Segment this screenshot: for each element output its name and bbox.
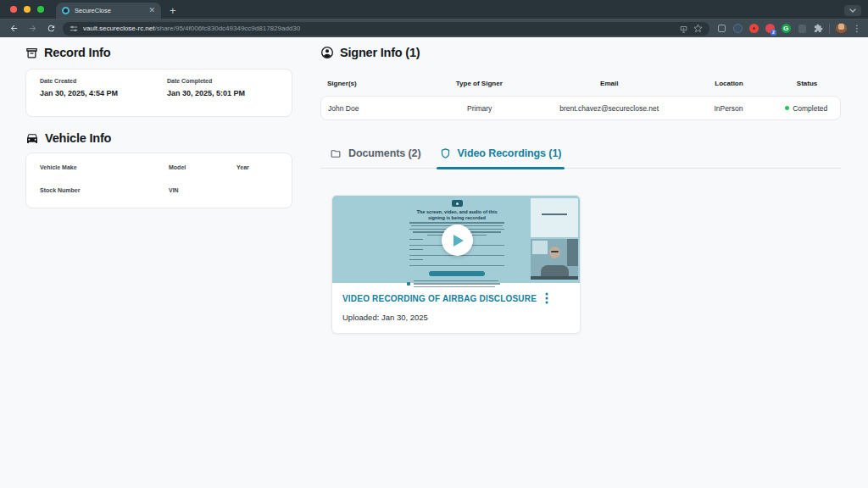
status-dot-icon	[785, 106, 789, 110]
disabled-extension-icon[interactable]	[797, 24, 807, 34]
video-title: VIDEO RECORDING OF AIRBAG DISCLOSURE	[342, 294, 537, 303]
signer-info-header: Signer Info (1)	[320, 44, 841, 61]
left-column: Record Info Date Created Jan 30, 2025, 4…	[25, 37, 292, 208]
shield-video-icon	[440, 147, 451, 159]
browser-window: SecureClose vault.secureclose-rc.net/sha…	[0, 0, 868, 488]
car-icon	[25, 131, 39, 145]
tab-strip: SecureClose	[0, 0, 868, 19]
secureclose-favicon-icon	[62, 7, 70, 14]
window-controls	[0, 0, 56, 19]
tab-close-icon[interactable]	[148, 7, 155, 14]
grammarly-extension-icon[interactable]: G	[781, 24, 791, 34]
year-label: Year	[236, 164, 278, 175]
site-settings-icon	[70, 25, 78, 33]
signer-location: InPerson	[684, 104, 772, 113]
model-label: Model	[169, 164, 236, 175]
play-button[interactable]	[442, 225, 473, 256]
stock-number-label: Stock Number	[40, 187, 169, 197]
signer-info-title: Signer Info (1)	[340, 46, 420, 59]
globe-extension-icon[interactable]	[732, 24, 743, 34]
signer-type: Primary	[425, 104, 534, 113]
address-bar[interactable]: vault.secureclose-rc.net/share/95/4f006f…	[63, 22, 709, 36]
browser-toolbar: vault.secureclose-rc.net/share/95/4f006f…	[0, 19, 868, 37]
status-text: Completed	[793, 104, 827, 113]
col-email: Email	[534, 80, 685, 87]
send-to-device-icon[interactable]	[679, 25, 688, 33]
vehicle-info-card: Vehicle Make Model Year Stock Number VIN	[25, 152, 292, 208]
folder-icon	[330, 148, 342, 159]
page-content: Record Info Date Created Jan 30, 2025, 4…	[0, 37, 868, 488]
right-column: Signer Info (1) Signer(s) Type of Signer…	[320, 37, 841, 334]
reload-button[interactable]	[44, 22, 58, 36]
signer-table-header: Signer(s) Type of Signer Email Location …	[320, 80, 841, 87]
video-card-info: VIDEO RECORDING OF AIRBAG DISCLOSURE Upl…	[332, 283, 580, 333]
video-options-menu-icon[interactable]	[545, 292, 548, 304]
col-signers: Signer(s)	[320, 80, 425, 87]
signer-status: Completed	[772, 104, 840, 113]
record-info-card: Date Created Jan 30, 2025, 4:54 PM Date …	[25, 69, 292, 117]
vehicle-info-title: Vehicle Info	[45, 131, 111, 145]
session-side-panel	[531, 198, 578, 237]
toolbar-divider	[829, 24, 830, 34]
form-disclaimer-placeholder	[405, 280, 509, 288]
red-extension-icon[interactable]	[748, 24, 759, 34]
date-created-value: Jan 30, 2025, 4:54 PM	[40, 89, 167, 97]
new-tab-button[interactable]	[170, 5, 176, 16]
date-completed-value: Jan 30, 2025, 5:01 PM	[167, 89, 245, 97]
forward-button[interactable]	[25, 22, 39, 36]
browser-tab-secureclose[interactable]: SecureClose	[56, 3, 161, 19]
record-info-header: Record Info	[25, 44, 292, 61]
back-arrow-icon	[9, 24, 19, 33]
reload-icon	[47, 24, 56, 33]
tab-capture-extension-icon[interactable]	[716, 24, 726, 34]
date-created-field: Date Created Jan 30, 2025, 4:54 PM	[40, 78, 167, 108]
chevron-down-icon	[849, 8, 856, 13]
badged-extension-icon[interactable]: 2	[765, 24, 775, 34]
recording-notice-heading: The screen, video, and audio of this sig…	[416, 209, 498, 220]
tab-documents[interactable]: Documents (2)	[326, 147, 425, 168]
url-path: /share/95/4f006fc830dc49349cc9d817829add…	[154, 25, 300, 32]
minimize-window-button[interactable]	[24, 6, 31, 13]
record-info-title: Record Info	[44, 46, 110, 59]
vehicle-info-header: Vehicle Info	[25, 130, 292, 147]
form-button-placeholder	[429, 271, 485, 276]
date-completed-label: Date Completed	[167, 78, 245, 84]
tab-search-button[interactable]	[844, 5, 861, 16]
camera-icon	[452, 200, 463, 207]
signer-email: brent.chavez@secureclose.net	[534, 104, 684, 113]
content-tabs: Documents (2) Video Recordings (1)	[320, 147, 841, 169]
bookmark-star-icon[interactable]	[693, 24, 703, 33]
tab-documents-label: Documents (2)	[348, 147, 421, 159]
extension-badge: 2	[771, 30, 776, 36]
date-created-label: Date Created	[40, 78, 167, 84]
tab-video-recordings-label: Video Recordings (1)	[458, 147, 562, 159]
browser-menu-icon[interactable]	[853, 25, 861, 33]
extensions-puzzle-icon[interactable]	[813, 24, 823, 34]
person-circle-icon	[320, 46, 334, 59]
url-domain: vault.secureclose-rc.net	[83, 25, 154, 32]
profile-avatar[interactable]	[836, 23, 847, 34]
signer-name: John Doe	[321, 104, 425, 113]
vin-label: VIN	[169, 187, 236, 197]
archive-box-icon	[25, 47, 38, 59]
tab-title: SecureClose	[75, 7, 143, 14]
col-type: Type of Signer	[425, 80, 534, 87]
form-field-placeholder	[409, 259, 504, 266]
video-thumbnail[interactable]: The screen, video, and audio of this sig…	[332, 196, 580, 283]
tab-video-recordings[interactable]: Video Recordings (1)	[437, 147, 565, 168]
video-uploaded-date: Uploaded: Jan 30, 2025	[342, 313, 570, 322]
date-completed-field: Date Completed Jan 30, 2025, 5:01 PM	[167, 78, 245, 108]
extensions-area: 2 G	[715, 23, 861, 34]
url-text: vault.secureclose-rc.net/share/95/4f006f…	[83, 25, 674, 32]
video-recording-card: The screen, video, and audio of this sig…	[331, 195, 581, 334]
col-status: Status	[773, 80, 841, 87]
back-button[interactable]	[7, 22, 20, 36]
play-icon	[453, 235, 464, 247]
signer-table-row: John Doe Primary brent.chavez@secureclos…	[320, 96, 841, 120]
vehicle-make-label: Vehicle Make	[40, 164, 169, 175]
webcam-feed	[531, 239, 578, 280]
col-location: Location	[685, 80, 773, 87]
fullscreen-window-button[interactable]	[37, 6, 44, 13]
close-window-button[interactable]	[10, 6, 17, 13]
forward-arrow-icon	[28, 24, 37, 33]
